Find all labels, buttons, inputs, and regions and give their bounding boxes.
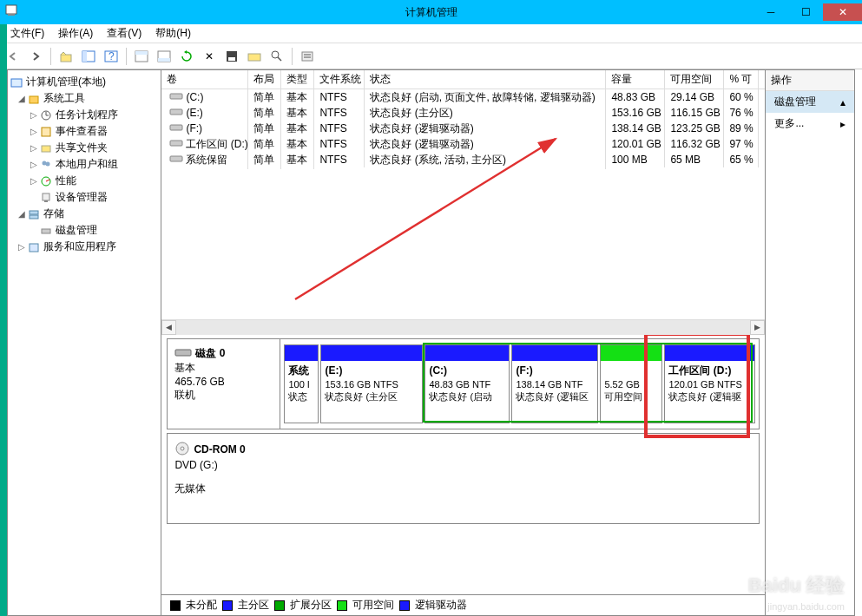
tree-root[interactable]: 计算机管理(本地) (10, 74, 159, 90)
col-layout[interactable]: 布局 (248, 70, 281, 88)
tree-sys-tools[interactable]: ◢系统工具 (10, 90, 159, 107)
tree-local-users[interactable]: ▷本地用户和组 (10, 156, 159, 173)
cdrom-block[interactable]: CD-ROM 0 DVD (G:) 无媒体 (167, 433, 760, 524)
volume-header-row: 卷 布局 类型 文件系统 状态 容量 可用空间 % 可 (161, 70, 765, 89)
tree-label: 事件查看器 (56, 124, 108, 139)
menu-help[interactable]: 帮助(H) (148, 24, 198, 43)
expand-icon[interactable]: ▷ (29, 127, 39, 136)
tree-device-manager[interactable]: 设备管理器 (10, 189, 159, 206)
volume-rows: (C:)简单基本NTFS状态良好 (启动, 页面文件, 故障转储, 逻辑驱动器)… (161, 89, 765, 319)
svg-rect-40 (170, 156, 182, 161)
h-scrollbar[interactable]: ◀ ▶ (161, 319, 765, 334)
partition[interactable]: (F:)138.14 GB NTF状态良好 (逻辑区 (511, 344, 598, 423)
svg-rect-39 (170, 141, 182, 146)
disk-icon (174, 346, 192, 361)
col-fs[interactable]: 文件系统 (314, 70, 365, 88)
partition[interactable]: (E:)153.16 GB NTFS状态良好 (主分区 (320, 344, 423, 423)
cdrom-info: CD-ROM 0 DVD (G:) 无媒体 (168, 434, 759, 523)
tree-event-viewer[interactable]: ▷事件查看器 (10, 123, 159, 140)
minimize-button[interactable]: ─ (753, 3, 788, 21)
action-more[interactable]: 更多...▸ (766, 113, 854, 134)
view-bottom-button[interactable] (155, 47, 174, 66)
disk-panel: 磁盘 0 基本 465.76 GB 联机 系统100 I状态(E:)153.16… (161, 335, 765, 594)
partition[interactable]: 系统100 I状态 (284, 344, 319, 423)
disk-0-partitions: 系统100 I状态(E:)153.16 GB NTFS状态良好 (主分区(C:)… (280, 339, 759, 429)
col-volume[interactable]: 卷 (161, 70, 248, 88)
partition[interactable]: 5.52 GB可用空间 (600, 344, 662, 423)
folder-icon[interactable] (245, 47, 264, 66)
svg-rect-19 (11, 79, 22, 87)
svg-rect-25 (42, 146, 50, 152)
help-button[interactable]: ? (102, 47, 121, 66)
svg-rect-35 (30, 244, 38, 252)
tree-services-apps[interactable]: ▷服务和应用程序 (10, 239, 159, 255)
tree-label: 服务和应用程序 (43, 239, 116, 254)
tree-task-scheduler[interactable]: ▷任务计划程序 (10, 107, 159, 123)
actions-header: 操作 (766, 70, 854, 91)
maximize-button[interactable]: ☐ (788, 3, 823, 21)
svg-rect-33 (30, 215, 38, 219)
view-top-button[interactable] (132, 47, 151, 66)
expand-icon[interactable]: ▷ (16, 242, 27, 252)
show-hide-tree-button[interactable] (79, 47, 98, 66)
collapse-icon[interactable]: ◢ (16, 209, 27, 219)
tree-label: 任务计划程序 (56, 108, 118, 122)
collapse-icon[interactable]: ◢ (16, 94, 27, 103)
menu-view[interactable]: 查看(V) (100, 24, 148, 43)
search-icon[interactable] (267, 47, 286, 66)
toolbar: ? ✕ (0, 43, 862, 69)
action-disk-mgmt[interactable]: 磁盘管理▴ (766, 91, 854, 113)
expand-icon[interactable]: ▷ (29, 143, 39, 153)
tree-shared-folders[interactable]: ▷共享文件夹 (10, 140, 159, 156)
table-row[interactable]: (C:)简单基本NTFS状态良好 (启动, 页面文件, 故障转储, 逻辑驱动器)… (161, 89, 765, 105)
menu-file[interactable]: 文件(F) (3, 24, 51, 43)
partition[interactable]: (C:)48.83 GB NTF状态良好 (启动 (424, 344, 510, 423)
col-free[interactable]: 可用空间 (665, 70, 724, 88)
app-icon (4, 3, 22, 21)
main-content: 计算机管理(本地) ◢系统工具 ▷任务计划程序 ▷事件查看器 ▷共享文件夹 ▷本… (7, 69, 855, 616)
disk-0-block[interactable]: 磁盘 0 基本 465.76 GB 联机 系统100 I状态(E:)153.16… (167, 338, 760, 429)
close-button[interactable]: ✕ (823, 3, 862, 21)
center-panel: 卷 布局 类型 文件系统 状态 容量 可用空间 % 可 (C:)简单基本NTFS… (161, 70, 765, 615)
svg-rect-31 (44, 200, 48, 202)
table-row[interactable]: (F:)简单基本NTFS状态良好 (逻辑驱动器)138.14 GB123.25 … (161, 121, 765, 136)
up-button[interactable] (56, 47, 76, 66)
col-type[interactable]: 类型 (281, 70, 314, 88)
tree-disk-management[interactable]: 磁盘管理 (10, 222, 159, 239)
tree-label: 计算机管理(本地) (26, 75, 106, 89)
table-row[interactable]: 系统保留简单基本NTFS状态良好 (系统, 活动, 主分区)100 MB65 M… (161, 152, 765, 167)
scroll-left-button[interactable]: ◀ (161, 320, 176, 335)
legend-extended-swatch (274, 600, 285, 611)
svg-rect-32 (30, 211, 38, 214)
scroll-track[interactable] (176, 320, 750, 335)
menu-action[interactable]: 操作(A) (51, 24, 100, 43)
refresh-button[interactable] (177, 47, 196, 66)
chevron-right-icon: ▸ (840, 118, 846, 130)
tree-storage[interactable]: ◢存储 (10, 206, 159, 222)
expand-icon[interactable]: ▷ (29, 176, 39, 186)
svg-rect-12 (228, 57, 235, 61)
properties-icon[interactable] (298, 47, 317, 66)
col-status[interactable]: 状态 (365, 70, 606, 88)
save-icon[interactable] (222, 47, 241, 66)
col-pct[interactable]: % 可 (724, 70, 759, 88)
svg-point-27 (46, 161, 50, 166)
table-row[interactable]: 工作区间 (D:)简单基本NTFS状态良好 (逻辑驱动器)120.01 GB11… (161, 136, 765, 152)
tree-performance[interactable]: ▷性能 (10, 173, 159, 189)
titlebar: 计算机管理 ─ ☐ ✕ (0, 0, 862, 24)
action-label: 磁盘管理 (774, 95, 816, 109)
disk-status: 联机 (174, 388, 273, 403)
table-row[interactable]: (E:)简单基本NTFS状态良好 (主分区)153.16 GB116.15 GB… (161, 105, 765, 121)
tree-label: 本地用户和组 (56, 157, 118, 172)
partition[interactable]: 工作区间 (D:)120.01 GB NTFS状态良好 (逻辑驱 (664, 344, 755, 423)
expand-icon[interactable]: ▷ (29, 110, 39, 120)
scroll-right-button[interactable]: ▶ (750, 320, 765, 335)
cdrom-status: 无媒体 (174, 482, 752, 496)
tree-label: 磁盘管理 (56, 223, 97, 238)
col-capacity[interactable]: 容量 (606, 70, 665, 88)
expand-icon[interactable]: ▷ (29, 160, 39, 169)
forward-button[interactable] (26, 47, 45, 66)
cancel-icon[interactable]: ✕ (200, 47, 219, 66)
legend-extended: 扩展分区 (290, 598, 332, 613)
action-label: 更多... (774, 116, 804, 131)
